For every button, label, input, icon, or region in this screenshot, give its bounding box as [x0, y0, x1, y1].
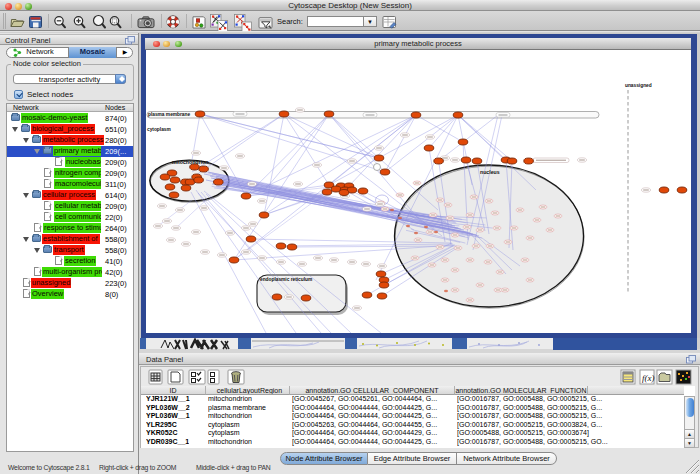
svg-text:mitochondrion: mitochondrion [172, 159, 208, 165]
svg-text:f(x): f(x) [642, 373, 655, 383]
svg-text:cytoplasm: cytoplasm [147, 127, 171, 132]
svg-text:endoplasmic reticulum: endoplasmic reticulum [260, 277, 312, 282]
svg-text:nucleus: nucleus [480, 169, 500, 175]
svg-text:plasma membrane: plasma membrane [148, 112, 190, 117]
svg-text:unassigned: unassigned [625, 83, 652, 88]
